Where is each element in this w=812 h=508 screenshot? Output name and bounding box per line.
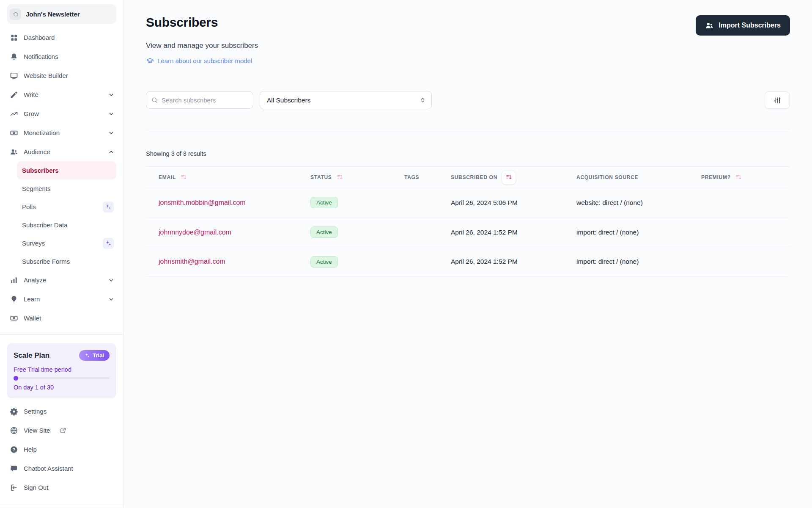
sign-out-icon xyxy=(10,483,18,492)
gear-icon xyxy=(10,407,18,416)
sidebar-item-label: Wallet xyxy=(24,315,41,322)
sidebar-item-website-builder[interactable]: Website Builder xyxy=(7,66,116,85)
acquisition-source-cell: website: direct / (none) xyxy=(576,199,701,207)
workspace-avatar xyxy=(10,8,21,20)
subscribed-on-cell: April 26, 2024 5:06 PM xyxy=(451,199,576,207)
sidebar-item-polls[interactable]: Polls xyxy=(17,198,116,216)
column-header-email: EMAIL xyxy=(159,174,310,181)
sparkles-icon xyxy=(85,353,90,358)
banknote-icon xyxy=(10,129,18,137)
sidebar-item-subscriber-data[interactable]: Subscriber Data xyxy=(17,216,116,234)
sort-subscribed-on-icon[interactable] xyxy=(502,170,516,185)
sidebar-item-settings[interactable]: Settings xyxy=(7,402,116,421)
status-badge: Active xyxy=(310,197,338,208)
sidebar-item-audience[interactable]: Audience xyxy=(7,142,116,161)
sidebar-item-dashboard[interactable]: Dashboard xyxy=(7,28,116,47)
pencil-icon xyxy=(10,91,18,99)
sidebar-item-segments[interactable]: Segments xyxy=(17,179,116,198)
sidebar-item-write[interactable]: Write xyxy=(7,85,116,104)
subscriber-filter-select[interactable]: All Subscribers xyxy=(260,91,432,109)
chat-bubble-icon xyxy=(10,464,18,473)
sidebar-item-subscribers[interactable]: Subscribers xyxy=(17,161,116,179)
column-header-status: STATUS xyxy=(310,174,404,181)
subscriber-email-link[interactable]: jonsmith.mobbin@gmail.com xyxy=(159,199,246,206)
table-header-row: EMAIL STATUS TAGS SUBSCRIBED ON ACQUISIT… xyxy=(146,166,790,188)
subscribed-on-cell: April 26, 2024 1:52 PM xyxy=(451,258,576,265)
lightbulb-icon xyxy=(10,295,18,304)
column-header-premium: PREMIUM? xyxy=(701,174,790,181)
sliders-icon xyxy=(774,97,781,104)
column-header-subscribed-on: SUBSCRIBED ON xyxy=(451,170,576,185)
workspace-name: John's Newsletter xyxy=(26,11,80,18)
sidebar-item-label: Monetization xyxy=(24,129,60,136)
page-title: Subscribers xyxy=(146,15,218,30)
subscriber-email-link[interactable]: johnsmith@gmail.com xyxy=(159,258,225,265)
sort-premium-icon[interactable] xyxy=(735,174,742,181)
controls-divider xyxy=(146,129,790,129)
select-carets-icon xyxy=(419,97,426,104)
sidebar-item-label: Notifications xyxy=(24,53,58,60)
search-icon xyxy=(151,97,158,104)
chevron-down-icon xyxy=(108,296,115,303)
subscribers-table: EMAIL STATUS TAGS SUBSCRIBED ON ACQUISIT… xyxy=(146,166,790,276)
main-content: Subscribers Import Subscribers View and … xyxy=(123,0,812,508)
workspace-switcher[interactable]: John's Newsletter xyxy=(7,4,116,24)
sort-email-icon[interactable] xyxy=(180,174,187,181)
sidebar-item-label: Learn xyxy=(24,295,40,303)
chevron-down-icon xyxy=(108,277,115,284)
column-header-acquisition-source: ACQUISITION SOURCE xyxy=(576,174,701,180)
column-header-tags: TAGS xyxy=(404,174,451,180)
sidebar-subitem-label: Subscribers xyxy=(22,167,59,174)
sidebar-subitem-label: Polls xyxy=(22,203,36,210)
sidebar-item-monetization[interactable]: Monetization xyxy=(7,123,116,142)
status-badge: Active xyxy=(310,256,338,268)
plan-card: Scale Plan Trial Free Trial time period … xyxy=(7,343,116,398)
table-controls: All Subscribers xyxy=(146,91,790,109)
sidebar-item-chatbot-assistant[interactable]: Chatbot Assistant xyxy=(7,459,116,478)
results-summary: Showing 3 of 3 results xyxy=(146,150,790,157)
table-row[interactable]: johnnnydoe@gmail.com Active April 26, 20… xyxy=(146,217,790,247)
table-row[interactable]: johnsmith@gmail.com Active April 26, 202… xyxy=(146,247,790,276)
plan-name: Scale Plan xyxy=(14,351,49,360)
sidebar-item-help[interactable]: Help xyxy=(7,440,116,459)
sidebar-item-label: Sign Out xyxy=(24,484,48,491)
import-subscribers-button[interactable]: Import Subscribers xyxy=(696,15,790,36)
plan-period-label: Free Trial time period xyxy=(14,366,110,373)
sidebar-item-learn[interactable]: Learn xyxy=(7,290,116,309)
subscribed-on-cell: April 26, 2024 1:52 PM xyxy=(451,229,576,236)
question-circle-icon xyxy=(10,445,18,454)
sidebar-item-analyze[interactable]: Analyze xyxy=(7,271,116,290)
dashboard-icon xyxy=(10,33,18,42)
sparkles-icon xyxy=(103,238,114,249)
sidebar-item-wallet[interactable]: Wallet xyxy=(7,309,116,328)
sidebar-item-view-site[interactable]: View Site xyxy=(7,421,116,440)
graduation-cap-icon xyxy=(146,57,154,65)
search-input[interactable] xyxy=(162,97,246,104)
sidebar-item-label: Audience xyxy=(24,148,50,155)
monitor-icon xyxy=(10,72,18,80)
subscriber-filter-value: All Subscribers xyxy=(267,97,310,104)
filter-columns-button[interactable] xyxy=(765,91,790,109)
sidebar-item-label: Write xyxy=(24,91,38,98)
sort-status-icon[interactable] xyxy=(336,174,343,181)
learn-subscriber-model-link[interactable]: Learn about our subscriber model xyxy=(146,57,252,65)
subscriber-email-link[interactable]: johnnnydoe@gmail.com xyxy=(159,229,231,236)
trial-badge[interactable]: Trial xyxy=(79,350,110,361)
chevron-down-icon xyxy=(108,91,115,98)
sidebar-subitem-label: Subscribe Forms xyxy=(22,258,70,265)
sidebar-item-sign-out[interactable]: Sign Out xyxy=(7,478,116,497)
table-row[interactable]: jonsmith.mobbin@gmail.com Active April 2… xyxy=(146,188,790,217)
external-link-icon xyxy=(59,427,67,434)
sidebar-item-label: Help xyxy=(24,446,37,453)
sidebar-item-surveys[interactable]: Surveys xyxy=(17,234,116,252)
page-subtitle: View and manage your subscribers xyxy=(146,41,790,50)
sidebar-item-notifications[interactable]: Notifications xyxy=(7,47,116,66)
sidebar-item-label: View Site xyxy=(24,427,50,434)
sidebar-item-subscribe-forms[interactable]: Subscribe Forms xyxy=(17,252,116,271)
globe-icon xyxy=(10,426,18,435)
chevron-down-icon xyxy=(108,110,115,117)
sidebar-item-label: Website Builder xyxy=(24,72,68,79)
sidebar-item-grow[interactable]: Grow xyxy=(7,104,116,123)
wallet-icon xyxy=(10,314,18,323)
primary-nav: Dashboard Notifications Website Builder … xyxy=(7,28,116,328)
